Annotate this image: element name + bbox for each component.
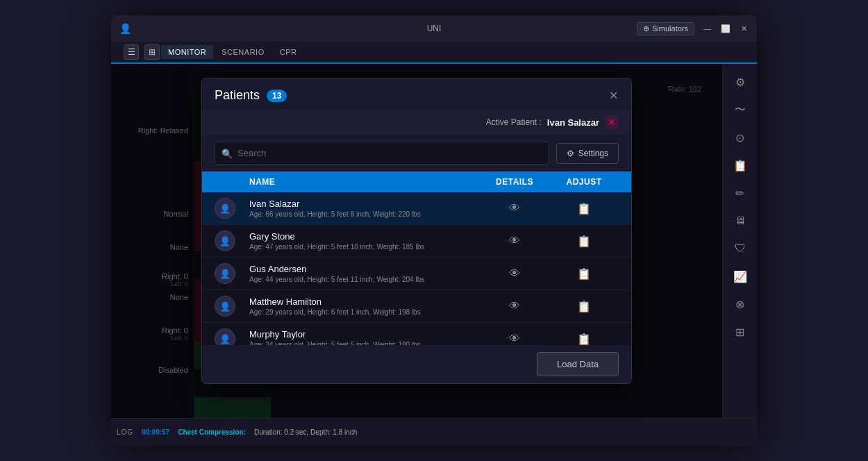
avatar: 👤 — [215, 296, 235, 317]
th-adjust: Adjust — [549, 177, 619, 187]
view-icon[interactable]: 👁 — [480, 202, 549, 215]
view-icon[interactable]: 👁 — [480, 267, 549, 280]
tab-icon-1[interactable]: ☰ — [124, 44, 139, 60]
patient-details: Age: 44 years old, Height: 5 feet 11 inc… — [249, 276, 480, 283]
close-button[interactable]: ✕ — [739, 24, 749, 33]
minimize-button[interactable]: — — [703, 24, 712, 33]
avatar: 👤 — [215, 198, 235, 219]
th-details: Details — [480, 177, 549, 187]
active-patient-name: Ivan Salazar — [547, 117, 599, 128]
patient-info: Gus Andersen Age: 44 years old, Height: … — [249, 264, 480, 283]
patient-info: Ivan Salazar Age: 66 years old, Height: … — [249, 199, 480, 218]
modal-footer: Load Data — [202, 345, 631, 383]
simulators-button[interactable]: ⊕ Simulators — [637, 22, 694, 35]
avatar: 👤 — [215, 328, 235, 345]
view-icon[interactable]: 👁 — [480, 300, 549, 312]
table-row[interactable]: 👤 Gus Andersen Age: 44 years old, Height… — [202, 258, 631, 290]
bottom-bar: LOG 00:09:57 Chest Compression: Duration… — [111, 418, 757, 446]
table-row[interactable]: 👤 Ivan Salazar Age: 66 years old, Height… — [202, 192, 631, 225]
search-input[interactable] — [215, 142, 549, 165]
patient-details: Age: 34 years old, Height: 5 feet 5 inch… — [249, 341, 480, 345]
monitor-icon[interactable]: 🖥 — [729, 210, 751, 232]
active-patient-bar: Active Patient : Ivan Salazar ✕ — [202, 110, 631, 135]
clear-active-patient-button[interactable]: ✕ — [605, 115, 619, 129]
log-details: Duration: 0.2 sec, Depth: 1.8 inch — [254, 428, 357, 436]
trend-icon[interactable]: 📈 — [729, 265, 751, 287]
user-icon: 👤 — [119, 23, 131, 34]
table-row[interactable]: 👤 Matthew Hamilton Age: 29 years old, He… — [202, 290, 631, 323]
search-icon: 🔍 — [222, 148, 233, 158]
patient-info: Murphy Taylor Age: 34 years old, Height:… — [249, 329, 480, 345]
shield-icon[interactable]: 🛡 — [729, 237, 751, 260]
patient-details: Age: 47 years old, Height: 5 feet 10 inc… — [249, 243, 480, 251]
modal-overlay: Patients 13 ✕ Active Patient : Ivan Sala… — [111, 64, 722, 418]
patient-name: Ivan Salazar — [249, 199, 480, 209]
log-label: LOG — [117, 428, 133, 436]
patients-modal: Patients 13 ✕ Active Patient : Ivan Sala… — [201, 78, 632, 384]
settings-gear-icon: ⚙ — [567, 149, 574, 158]
adjust-icon[interactable]: 📋 — [549, 202, 619, 215]
cross-icon[interactable]: ⊗ — [729, 293, 751, 315]
settings-icon[interactable]: ⚙ — [729, 71, 751, 93]
modal-title: Patients — [215, 88, 260, 103]
tab-monitor[interactable]: MONITOR — [161, 45, 213, 59]
table-row[interactable]: 👤 Gary Stone Age: 47 years old, Height: … — [202, 225, 631, 258]
title-bar: 👤 UNI ⊕ Simulators — ⬜ ✕ — [111, 15, 757, 42]
adjust-icon[interactable]: 📋 — [549, 235, 619, 248]
modal-close-button[interactable]: ✕ — [605, 87, 621, 103]
waveform-icon[interactable]: 〜 — [729, 99, 751, 121]
right-sidebar: ⚙ 〜 ⊙ 📋 ✏ 🖥 🛡 📈 ⊗ ⊞ — [722, 64, 757, 418]
view-icon[interactable]: 👁 — [480, 235, 549, 247]
patient-name: Matthew Hamilton — [249, 296, 480, 307]
restore-button[interactable]: ⬜ — [721, 24, 731, 33]
grid-icon[interactable]: ⊞ — [729, 321, 751, 343]
patient-name: Gary Stone — [249, 231, 480, 242]
tab-scenario[interactable]: SCENARIO — [215, 45, 271, 59]
log-timestamp: 00:09:57 — [142, 428, 169, 436]
adjust-icon[interactable]: 📋 — [549, 333, 619, 346]
modal-header: Patients 13 ✕ — [202, 78, 631, 110]
app-title: UNI — [427, 24, 442, 33]
load-data-button[interactable]: Load Data — [537, 352, 619, 376]
clipboard-icon[interactable]: 📋 — [729, 154, 751, 176]
th-name: Name — [249, 177, 480, 187]
simulators-icon: ⊕ — [643, 24, 649, 33]
view-icon[interactable]: 👁 — [480, 333, 549, 345]
tab-bar: ☰ ⊞ MONITOR SCENARIO CPR — [111, 42, 757, 64]
table-header: Name Details Adjust — [202, 171, 631, 192]
tab-icon-2[interactable]: ⊞ — [144, 44, 160, 60]
patient-info: Matthew Hamilton Age: 29 years old, Heig… — [249, 296, 480, 316]
pencil-icon[interactable]: ✏ — [729, 182, 751, 204]
adjust-icon[interactable]: 📋 — [549, 300, 619, 313]
search-settings-row: 🔍 ⚙ Settings — [202, 135, 631, 171]
settings-button[interactable]: ⚙ Settings — [556, 143, 619, 164]
patient-info: Gary Stone Age: 47 years old, Height: 5 … — [249, 231, 480, 251]
adjust-icon[interactable]: 📋 — [549, 267, 619, 280]
patients-list: 👤 Ivan Salazar Age: 66 years old, Height… — [202, 192, 631, 345]
patient-details: Age: 29 years old, Height: 6 feet 1 inch… — [249, 308, 480, 316]
screen-container: 👤 UNI ⊕ Simulators — ⬜ ✕ ☰ ⊞ MONITOR SCE… — [111, 15, 757, 446]
patient-count-badge: 13 — [267, 90, 287, 102]
patient-name: Murphy Taylor — [249, 329, 480, 340]
patient-details: Age: 66 years old, Height: 5 feet 8 inch… — [249, 210, 480, 218]
search-box: 🔍 — [215, 142, 549, 165]
active-patient-label: Active Patient : — [486, 117, 542, 127]
patient-name: Gus Andersen — [249, 264, 480, 274]
table-row[interactable]: 👤 Murphy Taylor Age: 34 years old, Heigh… — [202, 323, 631, 345]
log-action: Chest Compression: — [178, 428, 246, 436]
tab-cpr[interactable]: CPR — [273, 45, 304, 59]
circle-icon[interactable]: ⊙ — [729, 126, 751, 149]
avatar: 👤 — [215, 230, 235, 251]
avatar: 👤 — [215, 263, 235, 284]
